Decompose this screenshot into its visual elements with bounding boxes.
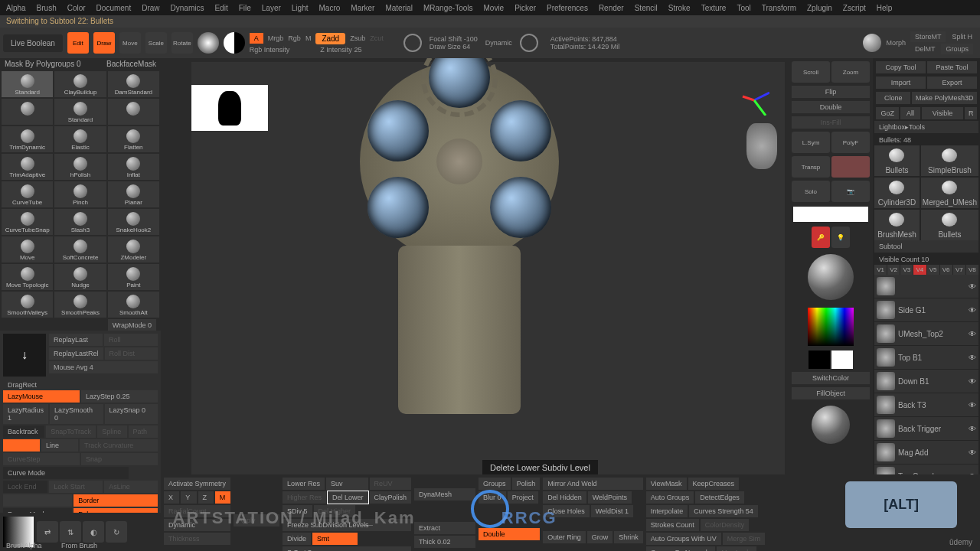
brush-inflat[interactable]: Inflat — [108, 154, 159, 180]
y-sym[interactable]: Y — [181, 491, 196, 504]
m-button[interactable]: M — [305, 34, 312, 42]
bw-icon[interactable] — [224, 32, 245, 54]
lazy-radius-slider[interactable]: LazyRadius 1 — [3, 404, 48, 424]
flip-button[interactable]: Flip — [792, 86, 870, 98]
menu-macro[interactable]: Macro — [319, 4, 341, 12]
double-button[interactable]: Double — [792, 101, 870, 113]
clay-polish-button[interactable]: ClayPolish — [370, 491, 412, 504]
menu-stroke[interactable]: Stroke — [668, 4, 691, 12]
brush-smoothalt[interactable]: SmoothAlt — [108, 292, 159, 318]
vis-v6[interactable]: V6 — [940, 265, 952, 275]
edit-button[interactable]: Edit — [67, 32, 89, 54]
switch-color-button[interactable]: SwitchColor — [792, 372, 870, 384]
brush-empty[interactable] — [2, 99, 53, 125]
del-hidden-button[interactable]: Del Hidden — [543, 491, 586, 504]
suv-button[interactable]: Suv — [326, 478, 368, 490]
brush-trimdynamic[interactable]: TrimDynamic — [2, 126, 53, 152]
replay-last-rel-button[interactable]: ReplayLastRel — [49, 347, 103, 360]
color-swatch-black[interactable] — [808, 350, 830, 369]
menu-texture[interactable]: Texture — [701, 4, 727, 12]
polish-button[interactable]: Polish — [512, 478, 541, 490]
detect-edges-button[interactable]: DetectEdges — [695, 491, 744, 504]
tool-cylinder3d[interactable]: Cylinder3D — [874, 178, 920, 208]
draw-button[interactable]: Draw — [93, 32, 115, 54]
extract-button[interactable]: Extract — [414, 522, 475, 534]
head-reference-icon[interactable] — [746, 123, 777, 169]
copy-tool-button[interactable]: Copy Tool — [876, 61, 926, 73]
brush-snakehook2[interactable]: SnakeHook2 — [108, 209, 159, 235]
m-sym[interactable]: M — [215, 491, 230, 504]
lock-end-button[interactable]: Lock End — [3, 481, 47, 493]
s-smt-slider[interactable]: S Smt 5 — [283, 546, 411, 551]
make-polymesh-button[interactable]: Make PolyMesh3D — [912, 92, 977, 104]
lower-res-button[interactable]: Lower Res — [283, 478, 325, 490]
lightbox-tools-button[interactable]: Lightbox▸Tools — [874, 121, 978, 133]
subtool-back-trigger[interactable]: Back Trigger👁 — [874, 417, 978, 440]
eye-icon[interactable]: 👁 — [969, 401, 976, 409]
store-mt-button[interactable]: StoreMT — [910, 31, 946, 42]
polyf-icon[interactable]: PolyF — [831, 132, 870, 153]
mouse-avg-slider[interactable]: Mouse Avg 4 — [49, 361, 158, 373]
lazy-mouse-button[interactable]: LazyMouse — [3, 390, 80, 403]
size-gyro-icon[interactable] — [520, 34, 538, 52]
zoom-icon[interactable]: Zoom — [831, 61, 870, 83]
color-swatch-white[interactable] — [831, 350, 853, 369]
material-sphere-2[interactable] — [812, 406, 850, 444]
menu-color[interactable]: Color — [67, 4, 86, 12]
tool-bullets[interactable]: Bullets — [921, 210, 978, 240]
snap-to-track-button[interactable]: SnapToTrack — [46, 425, 96, 438]
subtool-back-t3[interactable]: Back T3👁 — [874, 393, 978, 416]
brush-hpolish[interactable]: hPolish — [54, 154, 106, 180]
canvas[interactable]: Delete Lower Subdiv Level — [191, 62, 785, 483]
gradient-icon[interactable] — [198, 32, 219, 54]
menu-light[interactable]: Light — [292, 4, 309, 12]
brush-smoothvalleys[interactable]: SmoothValleys — [2, 292, 53, 318]
activate-symmetry-button[interactable]: Activate Symmetry — [164, 478, 230, 490]
subtool-mag-add[interactable]: Mag Add👁 — [874, 441, 978, 464]
viewport[interactable]: Delete Lower Subdiv Level — [161, 58, 789, 487]
reference-image[interactable] — [191, 85, 268, 131]
stroke-type-icon[interactable]: ↓ — [3, 334, 46, 377]
eye-icon[interactable]: 👁 — [969, 377, 976, 386]
material-sphere[interactable] — [808, 254, 854, 300]
vis-v1[interactable]: V1 — [874, 265, 887, 275]
snap-button[interactable]: Snap — [81, 453, 158, 465]
camera-icon[interactable]: 📷 — [831, 181, 870, 202]
inverse-icon[interactable]: ◐ — [83, 521, 104, 543]
menu-stencil[interactable]: Stencil — [635, 4, 658, 12]
double-toggle[interactable]: Double — [479, 528, 540, 540]
curve-step-button[interactable]: CurveStep — [3, 453, 80, 465]
z-intensity-slider[interactable]: Z Intensity 25 — [320, 46, 361, 54]
solo-icon[interactable]: Solo — [792, 181, 830, 202]
zsub-button[interactable]: Zsub — [350, 34, 365, 42]
dynamesh-button[interactable]: DynaMesh — [414, 488, 475, 500]
scroll-icon[interactable]: Scroll — [792, 61, 830, 83]
paste-tool-button[interactable]: Paste Tool — [927, 61, 977, 73]
dynamic-toggle[interactable]: Dynamic — [485, 39, 512, 47]
curves-strength-slider[interactable]: Curves Strength 54 — [689, 505, 758, 517]
brush-damstandard[interactable]: DamStandard — [108, 71, 159, 97]
white-box[interactable] — [793, 207, 868, 222]
brush-nudge[interactable]: Nudge — [54, 264, 106, 290]
subtool-umesh_top2[interactable]: UMesh_Top2👁 — [874, 322, 978, 345]
line-button[interactable]: Line — [41, 439, 78, 452]
focal-gyro-icon[interactable] — [403, 34, 422, 52]
roll-dist-button[interactable]: Roll Dist — [105, 347, 158, 360]
export-button[interactable]: Export — [927, 77, 977, 89]
eye-icon[interactable]: 👁 — [969, 354, 976, 362]
scale-button[interactable]: Scale — [145, 32, 167, 54]
interpolate-button[interactable]: Interpolate — [646, 505, 688, 517]
replay-last-button[interactable]: ReplayLast — [49, 334, 103, 346]
higher-res-button[interactable]: Higher Res — [283, 491, 326, 504]
menu-preferences[interactable]: Preferences — [547, 4, 588, 12]
menu-layer[interactable]: Layer — [262, 4, 281, 12]
divide-button[interactable]: Divide — [283, 533, 311, 545]
r-button[interactable]: R — [965, 107, 977, 119]
brush-zmodeler[interactable]: ZModeler — [108, 236, 159, 262]
brush-slash3[interactable]: Slash3 — [54, 209, 106, 235]
as-line-button[interactable]: AsLine — [104, 481, 158, 493]
menu-transform[interactable]: Transform — [762, 4, 796, 12]
thick-slider[interactable]: Thick 0.02 — [414, 536, 475, 548]
menu-dynamics[interactable]: Dynamics — [171, 4, 204, 12]
menu-render[interactable]: Render — [599, 4, 624, 12]
